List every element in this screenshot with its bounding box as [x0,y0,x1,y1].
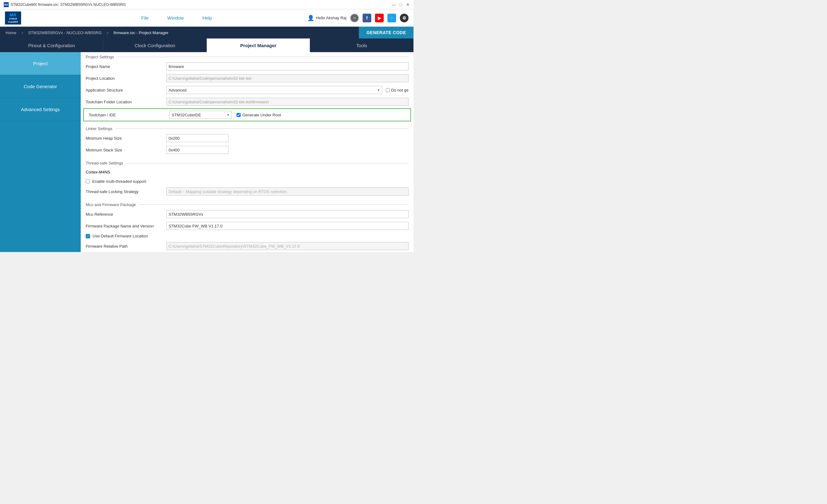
stack-size-input[interactable] [166,146,229,154]
project-location-row: Project Location [81,72,414,84]
app-structure-controls: Advanced Basic Do not ge [166,86,408,94]
enable-multithread-label: Enable multi-threaded support [92,179,146,184]
app-icon: MX [4,2,9,7]
firmware-path-label: Firmware Relative Path [86,244,166,249]
app-structure-select-wrapper: Advanced Basic [166,86,382,94]
enable-multithread-row: Enable multi-threaded support [81,177,414,186]
mcu-ref-row: Mcu Reference [81,208,414,220]
use-default-firmware-label: Use Default Firmware Location [93,234,148,238]
toolchain-select-wrapper: STM32CubeIDE Makefile EWARM MDK-ARM [169,111,232,119]
tab-pinout[interactable]: Pinout & Configuration [0,39,103,52]
tab-bar: Pinout & Configuration Clock Configurati… [0,39,414,52]
title-bar-text: STM32CubeMX firmware.ioc: STM32WB55RGVx … [10,2,126,7]
toolchain-ide-row: Toolchain / IDE STM32CubeIDE Makefile EW… [83,108,411,121]
mcu-firmware-header: Mcu and Firmware Package [81,200,414,208]
project-location-input[interactable] [166,74,408,82]
firmware-path-row: Firmware Relative Path [81,240,414,252]
breadcrumb-home[interactable]: Home [0,27,22,39]
enable-multithread-checkbox[interactable] [86,180,90,184]
main-content: Project Code Generator Advanced Settings… [0,52,414,252]
heap-size-row: Minimum Heap Size [81,132,414,144]
maximize-button[interactable]: □ [400,2,402,7]
do-not-generate-label: Do not ge [386,88,408,93]
close-button[interactable]: ✕ [406,2,410,7]
firmware-pkg-row: Firmware Package Name and Version [81,220,414,232]
tab-clock[interactable]: Clock Configuration [103,39,207,52]
toolchain-folder-row: Toolchain Folder Location [81,96,414,108]
title-bar: MX STM32CubeMX firmware.ioc: STM32WB55RG… [0,0,414,9]
stack-size-label: Minimum Stack Size [86,148,166,152]
toolchain-folder-label: Toolchain Folder Location [86,100,166,104]
youtube-icon[interactable]: ▶ [375,14,384,22]
heap-size-input[interactable] [166,134,229,142]
user-icon: 👤 [307,14,314,21]
version-badge: 10 [350,14,359,22]
toolchain-folder-input[interactable] [166,98,408,106]
logo-line2: CubeMX [8,20,18,23]
menu-file[interactable]: File [141,15,149,20]
mcu-ref-label: Mcu Reference [86,212,166,217]
firmware-path-input[interactable] [166,242,408,250]
do-not-generate-checkbox[interactable] [386,88,390,92]
thread-safe-header: Thread-safe Settings [81,158,414,167]
app-structure-row: Application Structure Advanced Basic Do … [81,84,414,96]
firmware-pkg-input[interactable] [166,222,408,230]
breadcrumb-project[interactable]: firmware.ioc - Project Manager [108,27,174,39]
menu-help[interactable]: Help [202,15,212,20]
use-default-firmware-row: ✓ Use Default Firmware Location [81,232,414,240]
user-info: 👤 Hello Akshay Raj [307,14,346,21]
logo-mx: MX [10,12,16,18]
generate-code-button[interactable]: GENERATE CODE [359,27,414,39]
locking-strategy-input [166,188,408,196]
locking-strategy-label: Thread-safe Locking Strategy [86,189,166,194]
sidebar-item-advanced-settings[interactable]: Advanced Settings [0,98,81,121]
breadcrumb-board[interactable]: STM32WB55RGVx - NUCLEO-WB55RG [23,27,107,39]
user-name: Hello Akshay Raj [316,15,346,20]
menu-items: File Window Help [46,15,307,20]
locking-strategy-row: Thread-safe Locking Strategy [81,186,414,197]
sidebar-item-code-generator[interactable]: Code Generator [0,75,81,98]
breadcrumb-bar: Home › STM32WB55RGVx - NUCLEO-WB55RG › f… [0,27,414,39]
title-bar-controls: — □ ✕ [392,2,410,7]
linker-settings-header: Linker Settings [81,124,414,132]
firmware-pkg-label: Firmware Package Name and Version [86,224,166,229]
app-logo: MX STM32 CubeMX [5,11,21,24]
project-name-row: Project Name [81,60,414,72]
logo-line1: STM32 [9,17,17,20]
github-icon[interactable]: ⚙ [400,14,408,22]
mcu-ref-input[interactable] [166,210,408,218]
sidebar: Project Code Generator Advanced Settings [0,52,81,252]
menu-right: 👤 Hello Akshay Raj 10 f ▶ 🐦 ⚙ [307,14,408,22]
stack-size-row: Minimum Stack Size [81,144,414,156]
app-structure-label: Application Structure [86,88,166,93]
toolchain-ide-select[interactable]: STM32CubeIDE Makefile EWARM MDK-ARM [169,111,232,119]
logo-area: MX STM32 CubeMX [5,11,21,24]
project-location-label: Project Location [86,76,166,81]
title-bar-left: MX STM32CubeMX firmware.ioc: STM32WB55RG… [4,2,126,7]
twitter-icon[interactable]: 🐦 [387,14,396,22]
minimize-button[interactable]: — [392,2,396,7]
menu-window[interactable]: Window [167,15,184,20]
content-area: Project Settings Project Name Project Lo… [81,52,414,252]
tab-project-manager[interactable]: Project Manager [207,39,310,52]
tab-tools[interactable]: Tools [310,39,414,52]
project-settings-header: Project Settings [81,52,414,60]
cortex-label: Cortex-M4NS [86,170,110,174]
project-name-input[interactable] [166,62,408,70]
toolchain-ide-label: Toolchain / IDE [89,113,169,117]
generate-under-root-checkbox[interactable] [237,113,241,117]
app-structure-select[interactable]: Advanced Basic [166,86,382,94]
heap-size-label: Minimum Heap Size [86,136,166,141]
generate-under-root-label: Generate Under Root [237,113,281,117]
cortex-row: Cortex-M4NS [81,167,414,177]
sidebar-item-project[interactable]: Project [0,52,81,75]
menu-bar: MX STM32 CubeMX File Window Help 👤 Hello… [0,9,414,27]
use-default-firmware-checkbox-icon: ✓ [86,234,90,238]
facebook-icon[interactable]: f [362,14,371,22]
project-name-label: Project Name [86,64,166,69]
